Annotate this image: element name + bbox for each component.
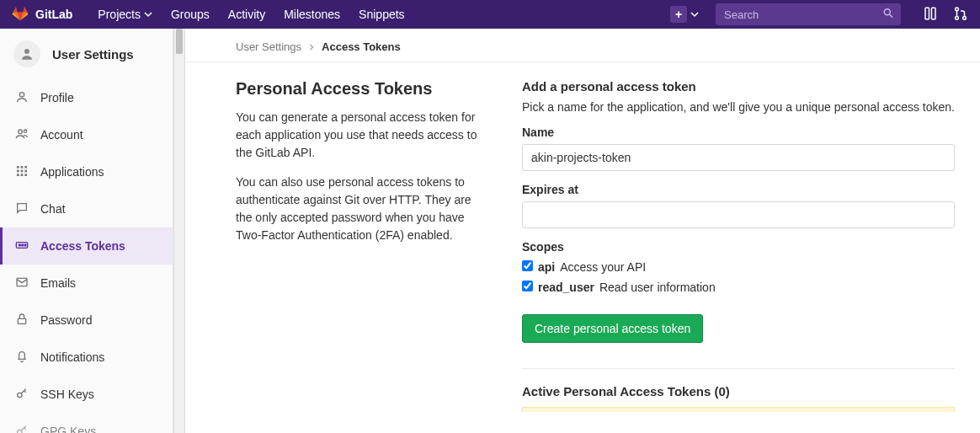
svg-point-9 [19,130,23,134]
intro-paragraph-1: You can generate a personal access token… [236,109,480,162]
profile-icon [15,90,29,106]
search-icon [882,8,894,22]
new-dropdown[interactable]: + [670,6,699,23]
svg-point-8 [19,92,24,96]
svg-point-26 [18,393,22,397]
brand-label: GitLab [35,8,72,21]
expires-label: Expires at [522,183,955,196]
svg-point-0 [884,9,890,15]
svg-line-1 [890,14,893,18]
svg-point-10 [24,130,26,132]
sidebar-item-label: Applications [40,165,104,179]
scope-readuser-name: read_user [538,281,594,294]
expires-group: Expires at [522,183,955,228]
chevron-down-icon [144,8,152,21]
sidebar-header[interactable]: User Settings [0,29,173,79]
sidebar-item-label: Account [40,128,83,142]
sidebar: User Settings Profile Account Applicatio… [0,29,173,433]
active-tokens-alert [522,407,955,412]
sidebar-item-applications[interactable]: Applications [0,153,173,190]
sidebar-item-access-tokens[interactable]: Access Tokens [0,227,173,265]
svg-rect-14 [17,169,19,172]
bell-icon [15,350,29,366]
svg-point-21 [19,244,20,246]
active-tokens-heading: Active Personal Access Tokens (0) [522,384,955,398]
chevron-right-icon [308,40,315,53]
chevron-down-icon [690,8,699,21]
svg-rect-15 [21,169,24,172]
merge-request-icon[interactable] [953,6,968,24]
scrollbar-thumb[interactable] [176,29,183,54]
search-input[interactable] [716,3,901,25]
sidebar-item-label: Chat [40,202,66,216]
breadcrumb-parent[interactable]: User Settings [236,40,301,53]
scope-readuser-checkbox[interactable] [522,281,533,291]
form-heading: Add a personal access token [522,79,955,94]
search-wrap [716,3,901,25]
svg-rect-25 [18,318,25,323]
svg-rect-2 [925,8,929,19]
name-input[interactable] [522,144,955,171]
sidebar-item-chat[interactable]: Chat [0,190,173,227]
divider [522,368,955,369]
name-label: Name [522,126,955,139]
sidebar-item-password[interactable]: Password [0,302,173,339]
key-icon [15,387,29,403]
scrollbar-gutter[interactable] [173,29,185,433]
nav-milestones[interactable]: Milestones [284,8,340,21]
svg-rect-16 [24,169,27,172]
nav-projects-label: Projects [98,8,141,21]
nav-activity[interactable]: Activity [228,8,265,21]
nav-links: Projects Groups Activity Milestones Snip… [98,8,404,21]
nav-snippets[interactable]: Snippets [359,8,404,21]
scope-api-checkbox[interactable] [522,260,533,271]
sidebar-item-ssh-keys[interactable]: SSH Keys [0,376,173,413]
todos-icon[interactable] [923,6,938,24]
key-icon [15,424,29,434]
page-title: Personal Access Tokens [236,79,480,99]
svg-rect-17 [17,174,19,176]
active-tokens-section: Active Personal Access Tokens (0) [522,384,955,412]
scope-api-desc: Access your API [560,260,646,274]
svg-rect-13 [24,166,27,168]
svg-point-6 [963,16,967,19]
applications-icon [15,164,29,180]
scope-api-row: api Access your API [522,259,955,274]
nav-activity-label: Activity [228,8,265,21]
sidebar-item-notifications[interactable]: Notifications [0,339,173,376]
sidebar-item-label: SSH Keys [40,388,94,401]
sidebar-item-label: GPG Keys [40,425,96,433]
scope-readuser-desc: Read user information [599,281,716,294]
main-content: User Settings Access Tokens Personal Acc… [185,29,980,433]
svg-rect-12 [21,166,24,168]
sidebar-item-label: Emails [40,276,76,290]
sidebar-item-label: Password [40,313,92,327]
form-description: Pick a name for the application, and we'… [522,100,955,114]
expires-input[interactable] [522,201,955,228]
create-token-button[interactable]: Create personal access token [522,314,703,343]
svg-rect-19 [24,174,27,176]
plus-icon: + [670,6,687,23]
sidebar-item-label: Access Tokens [40,239,125,253]
svg-point-4 [956,7,959,10]
nav-milestones-label: Milestones [284,8,340,21]
sidebar-item-gpg-keys[interactable]: GPG Keys [0,413,173,433]
nav-groups[interactable]: Groups [171,8,210,21]
sidebar-item-account[interactable]: Account [0,116,173,153]
sidebar-item-emails[interactable]: Emails [0,265,173,302]
sidebar-item-label: Notifications [40,350,104,364]
scopes-group: Scopes api Access your API read_user Rea… [522,240,955,294]
svg-rect-11 [17,166,19,168]
token-icon [15,238,29,254]
user-avatar-icon [13,40,40,67]
intro-paragraph-2: You can also use personal access tokens … [236,174,480,244]
breadcrumb: User Settings Access Tokens [185,29,980,62]
sidebar-item-profile[interactable]: Profile [0,79,173,116]
brand[interactable]: GitLab [12,5,72,24]
content-intro: Personal Access Tokens You can generate … [236,79,480,412]
name-group: Name [522,126,955,171]
sidebar-item-label: Profile [40,91,74,104]
nav-projects[interactable]: Projects [98,8,152,21]
svg-rect-18 [21,174,24,176]
account-icon [15,127,29,143]
